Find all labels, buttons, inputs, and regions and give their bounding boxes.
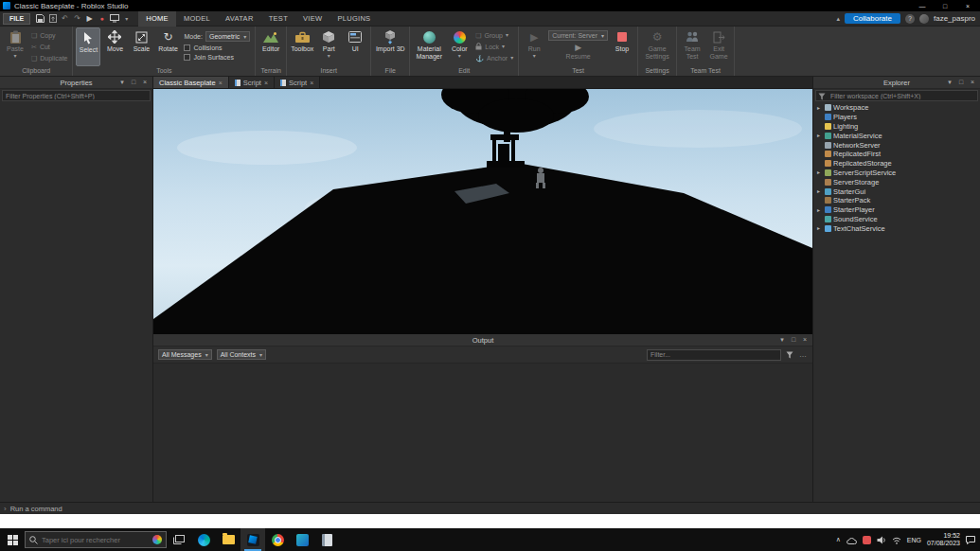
- ribbon-tab[interactable]: PLUGINS: [330, 11, 378, 27]
- file-menu-button[interactable]: FILE: [3, 13, 30, 25]
- expand-arrow-icon[interactable]: ▸: [817, 133, 823, 138]
- resume-button[interactable]: ▶ Resume: [566, 43, 591, 61]
- undo-icon[interactable]: ↶: [60, 13, 70, 25]
- play-icon[interactable]: ▶: [84, 13, 95, 25]
- join-surfaces-checkbox[interactable]: [184, 54, 190, 61]
- output-more-icon[interactable]: …: [798, 350, 808, 359]
- cut-button[interactable]: ✂Cut: [29, 42, 69, 52]
- explorer-close-icon[interactable]: ×: [969, 79, 976, 86]
- redo-icon[interactable]: ↷: [72, 13, 82, 25]
- publish-icon[interactable]: [47, 13, 58, 25]
- ribbon-tab[interactable]: TEST: [261, 11, 295, 27]
- explorer-item[interactable]: ▸ ReplicatedFirst: [813, 150, 980, 159]
- join-surfaces-option[interactable]: Join Surfaces: [184, 54, 250, 61]
- viewport-3d[interactable]: [153, 89, 812, 334]
- qat-dropdown-icon[interactable]: ▾: [121, 13, 132, 25]
- onedrive-icon[interactable]: [846, 531, 857, 548]
- import-3d-button[interactable]: Import 3D: [374, 27, 406, 66]
- help-icon[interactable]: ?: [905, 14, 915, 24]
- anchor-button[interactable]: ⚓ Anchor ▾: [473, 53, 515, 63]
- minimize-button[interactable]: —: [913, 0, 932, 11]
- notepad-icon[interactable]: [314, 528, 339, 551]
- language-indicator[interactable]: ENG: [907, 537, 921, 543]
- material-manager-button[interactable]: Material Manager: [413, 27, 445, 66]
- paste-button[interactable]: Paste ▾: [3, 27, 27, 66]
- photos-icon[interactable]: [290, 528, 314, 551]
- explorer-item[interactable]: ▸ ReplicatedStorage: [813, 159, 980, 169]
- exit-game-button[interactable]: Exit Game: [706, 27, 731, 66]
- part-button[interactable]: Part ▾: [316, 27, 341, 66]
- close-tab-icon[interactable]: ×: [310, 80, 313, 86]
- explorer-float-icon[interactable]: □: [957, 79, 965, 86]
- properties-content[interactable]: [0, 102, 152, 502]
- expand-arrow-icon[interactable]: ▸: [817, 105, 823, 111]
- explorer-item[interactable]: ▸ StarterPack: [813, 196, 980, 205]
- file-explorer-icon[interactable]: [216, 528, 241, 551]
- mode-dropdown[interactable]: Geometric▾: [205, 31, 250, 42]
- expand-arrow-icon[interactable]: ▸: [817, 188, 823, 194]
- copy-button[interactable]: ❏Copy: [29, 30, 69, 41]
- explorer-item[interactable]: ▸ NetworkServer: [813, 140, 980, 150]
- expand-arrow-icon[interactable]: ▸: [817, 169, 823, 175]
- collaborate-button[interactable]: Collaborate: [845, 13, 900, 24]
- explorer-item[interactable]: ▸ StarterPlayer: [813, 205, 980, 215]
- maximize-button[interactable]: □: [935, 0, 954, 11]
- security-icon[interactable]: [863, 536, 871, 544]
- properties-float-icon[interactable]: □: [130, 79, 137, 86]
- color-button[interactable]: Color ▾: [447, 27, 472, 66]
- tray-expand-icon[interactable]: ∧: [836, 536, 841, 543]
- rotate-tool-button[interactable]: ↻ Rotate: [155, 27, 180, 66]
- expand-arrow-icon[interactable]: ▸: [817, 207, 823, 213]
- task-view-icon[interactable]: [167, 528, 191, 551]
- contexts-filter-dropdown[interactable]: All Contexts ▾: [217, 349, 266, 360]
- part-dropdown-icon[interactable]: ▾: [328, 54, 330, 59]
- explorer-item[interactable]: ▸ ServerScriptService: [813, 169, 980, 178]
- scale-tool-button[interactable]: Scale: [129, 27, 153, 66]
- explorer-item[interactable]: ▸ MaterialService: [813, 131, 980, 140]
- taskbar-search-input[interactable]: [42, 536, 149, 544]
- explorer-item[interactable]: ▸ Lighting: [813, 122, 980, 132]
- explorer-item[interactable]: ▸ Players: [813, 113, 980, 122]
- group-button[interactable]: ❏ Group ▾: [473, 30, 515, 41]
- document-tab[interactable]: Classic Baseplate ×: [153, 77, 229, 88]
- explorer-item[interactable]: ▸ ServerStorage: [813, 177, 980, 187]
- capture-icon[interactable]: [109, 13, 119, 25]
- document-tab[interactable]: Script ×: [275, 77, 320, 88]
- close-button[interactable]: ×: [958, 0, 977, 11]
- output-filter-input[interactable]: [647, 349, 781, 361]
- taskbar-search[interactable]: [25, 531, 167, 548]
- ribbon-tab[interactable]: VIEW: [295, 11, 330, 27]
- collapse-ribbon-icon[interactable]: ▴: [837, 15, 841, 23]
- document-tab[interactable]: Script ×: [229, 77, 275, 88]
- close-tab-icon[interactable]: ×: [219, 80, 223, 86]
- properties-close-icon[interactable]: ×: [141, 79, 149, 86]
- toolbox-button[interactable]: Toolbox: [290, 27, 314, 66]
- output-content[interactable]: [153, 364, 812, 502]
- save-icon[interactable]: [35, 13, 45, 25]
- output-float-icon[interactable]: □: [790, 336, 797, 344]
- chrome-icon[interactable]: [265, 528, 290, 551]
- team-test-button[interactable]: Team Test: [680, 27, 704, 66]
- taskbar-clock[interactable]: 19:52 07/08/2023: [927, 532, 960, 547]
- explorer-dropdown-icon[interactable]: ▾: [946, 79, 953, 86]
- collisions-checkbox[interactable]: [184, 44, 190, 51]
- output-close-icon[interactable]: ×: [801, 336, 809, 344]
- volume-icon[interactable]: [877, 531, 886, 548]
- command-bar[interactable]: Run a command: [10, 505, 62, 513]
- edge-icon[interactable]: [191, 528, 216, 551]
- output-dropdown-icon[interactable]: ▾: [778, 336, 786, 344]
- explorer-item[interactable]: ▸ StarterGui: [813, 187, 980, 196]
- notifications-icon[interactable]: [966, 531, 975, 548]
- expand-arrow-icon[interactable]: ▸: [817, 225, 823, 231]
- terrain-editor-button[interactable]: Editor: [258, 27, 283, 66]
- network-icon[interactable]: [892, 531, 901, 548]
- close-tab-icon[interactable]: ×: [264, 80, 268, 86]
- select-tool-button[interactable]: Select: [76, 27, 100, 66]
- move-tool-button[interactable]: Move: [102, 27, 127, 66]
- record-icon[interactable]: ●: [97, 13, 107, 25]
- lock-button[interactable]: Lock ▾: [473, 42, 515, 52]
- search-highlights-icon[interactable]: [152, 535, 162, 544]
- color-dropdown-icon[interactable]: ▾: [458, 54, 461, 59]
- current-device-dropdown[interactable]: Current: Server ▾: [548, 30, 608, 41]
- run-button[interactable]: ▶ Run ▾: [522, 27, 546, 66]
